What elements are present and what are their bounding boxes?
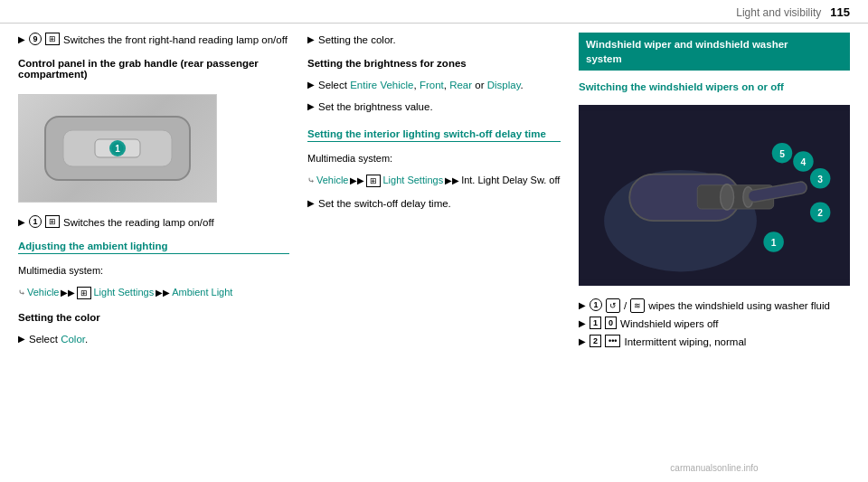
svg-text:4: 4	[801, 157, 807, 167]
left-column: ▶ 9 ⊞ Switches the front right-hand read…	[18, 33, 289, 473]
display-link: Display	[487, 80, 521, 90]
badge-1: 1	[590, 317, 601, 329]
wiper-single-icon: ↺	[606, 298, 620, 313]
brightness-bullet-2: ▶ Set the brightness value.	[307, 99, 561, 114]
brightness-heading: Setting the brightness for zones	[307, 58, 561, 69]
brightness-text-1: Select Entire Vehicle, Front, Rear or Di…	[318, 78, 524, 92]
svg-text:1: 1	[115, 144, 120, 154]
slash-sep: /	[624, 298, 627, 313]
header-box-line2: system	[586, 52, 843, 66]
ambient-lighting-heading: Adjusting the ambient lighting	[18, 241, 289, 254]
nav-path-mid: ⤷ Vehicle ▶▶ ⊞ Light Settings ▶▶ Int. Li…	[307, 173, 561, 189]
entire-vehicle-link: Entire Vehicle	[350, 80, 413, 90]
front-link: Front	[420, 80, 444, 90]
color-teal-link: Color	[61, 334, 85, 345]
bullet-arrow-2: ▶	[18, 216, 25, 229]
bullet-arrow-3: ▶	[18, 333, 25, 345]
delay-bullet: ▶ Set the switch-off delay time.	[307, 196, 561, 211]
right-column: Windshield wiper and windshield washer s…	[579, 33, 850, 473]
nav-light-settings-mid: Light Settings	[382, 173, 443, 189]
lamp-icon-2: ⊞	[45, 215, 60, 228]
brightness-text-2: Set the brightness value.	[318, 99, 433, 114]
svg-point-10	[721, 184, 734, 210]
svg-text:5: 5	[779, 149, 785, 159]
right-bullets: ▶ 1 ↺ / ≋ wipes the windshield using was…	[579, 298, 850, 349]
light-icon-nav-mid: ⊞	[366, 175, 381, 187]
wiper-subheading: Switching the windshield wipers on or of…	[579, 81, 850, 92]
circle-9: 9	[29, 33, 42, 45]
nav-path-left: ⤷ Vehicle ▶▶ ⊞ Light Settings ▶▶ Ambient…	[18, 285, 289, 301]
wiper-image-area: 5 4 3 2 1	[579, 105, 850, 286]
svg-text:1: 1	[771, 238, 777, 248]
reading-lamp-text: Switches the reading lamp on/off	[63, 215, 214, 230]
handle-svg: 1	[27, 99, 208, 198]
page-container: Light and visibility 115 ▶ 9 ⊞ Switches …	[0, 0, 868, 482]
lamp-icon-1: ⊞	[45, 33, 60, 45]
windshield-header-box: Windshield wiper and windshield washer s…	[579, 33, 850, 71]
svg-text:2: 2	[817, 209, 823, 219]
header-title: Light and visibility	[736, 6, 821, 19]
setting-color-heading: Setting the color	[18, 312, 289, 323]
nav-light-settings-left: Light Settings	[93, 285, 154, 301]
bullet-reading-lamp: ▶ 1 ⊞ Switches the reading lamp on/off	[18, 215, 289, 230]
nav-start-arrow-mid: ⤷	[307, 174, 315, 188]
intermittent-text: Intermittent wiping, normal	[624, 335, 746, 349]
multimedia-label-mid: Multimedia system:	[307, 153, 561, 164]
bullet-arrow-r2: ▶	[579, 317, 586, 330]
image-inner: 1	[19, 95, 216, 202]
content-area: ▶ 9 ⊞ Switches the front right-hand read…	[0, 24, 868, 482]
nav-chevron-1: ▶▶	[61, 286, 75, 300]
nav-chevron-mid-1: ▶▶	[350, 174, 364, 188]
delay-text: Set the switch-off delay time.	[318, 196, 451, 211]
setting-color-mid: ▶ Setting the color.	[307, 33, 561, 47]
setting-color-mid-text: Setting the color.	[318, 33, 396, 47]
bullet-arrow-mid1: ▶	[307, 33, 315, 46]
bullet-wipers-off: ▶ 1 0 Windshield wipers off	[579, 317, 850, 331]
light-icon-nav: ⊞	[77, 287, 91, 299]
badge-dots: •••	[605, 335, 620, 347]
grab-handle-image: 1	[18, 94, 217, 203]
select-color-bullet: ▶ Select Color.	[18, 332, 289, 346]
delay-heading: Setting the interior lighting switch-off…	[307, 128, 561, 142]
select-color-text: Select Color.	[29, 332, 88, 346]
header-bar: Light and visibility 115	[0, 0, 868, 24]
nav-ambient-light: Ambient Light	[172, 285, 232, 301]
bullet-front-lamp: ▶ 9 ⊞ Switches the front right-hand read…	[18, 33, 289, 47]
bullet-arrow-1: ▶	[18, 33, 25, 46]
wipers-off-text: Windshield wipers off	[620, 317, 718, 331]
bullet-arrow-mid4: ▶	[307, 197, 315, 210]
svg-text:3: 3	[817, 175, 823, 184]
bullet-arrow-mid2: ▶	[307, 79, 315, 91]
rear-panel-heading: Control panel in the grab handle (rear p…	[18, 58, 289, 80]
nav-vehicle-left: Vehicle	[27, 285, 59, 301]
nav-start-arrow: ⤷	[18, 286, 25, 300]
nav-vehicle-mid: Vehicle	[316, 173, 348, 189]
nav-chevron-2: ▶▶	[156, 286, 170, 300]
bullet-arrow-mid3: ▶	[307, 100, 315, 113]
wiper-svg: 5 4 3 2 1	[579, 105, 850, 286]
circle-r1: 1	[590, 298, 602, 311]
circle-1: 1	[29, 215, 42, 228]
nav-int-light: Int. Light Delay Sw. off	[461, 173, 560, 189]
badge-2: 2	[590, 335, 601, 347]
middle-column: ▶ Setting the color. Setting the brightn…	[307, 33, 561, 473]
bullet-intermittent: ▶ 2 ••• Intermittent wiping, normal	[579, 335, 850, 349]
watermark: carmanualsonline.info	[579, 459, 850, 473]
nav-chevron-mid-2: ▶▶	[445, 174, 459, 188]
bullet-single-wipe: ▶ 1 ↺ / ≋ wipes the windshield using was…	[579, 298, 850, 313]
rear-link: Rear	[449, 80, 472, 90]
wiper-wash-icon: ≋	[630, 298, 645, 313]
front-lamp-text: Switches the front right-hand reading la…	[63, 33, 288, 47]
header-box-line1: Windshield wiper and windshield washer	[586, 37, 843, 52]
badge-0: 0	[605, 317, 617, 329]
header-page-number: 115	[830, 5, 850, 19]
single-wipe-text: wipes the windshield using washer fluid	[648, 298, 830, 313]
multimedia-label-left: Multimedia system:	[18, 265, 289, 276]
brightness-bullet-1: ▶ Select Entire Vehicle, Front, Rear or …	[307, 78, 561, 92]
bullet-arrow-r1: ▶	[579, 299, 586, 312]
bullet-arrow-r3: ▶	[579, 336, 586, 348]
